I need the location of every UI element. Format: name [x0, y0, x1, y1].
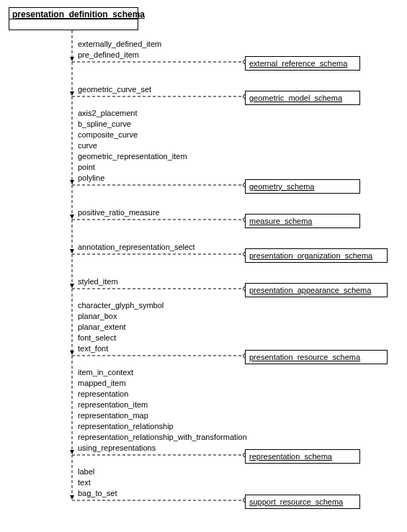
target-schema-box: geometric_model_schema: [245, 91, 360, 105]
target-schema-box: measure_schema: [245, 214, 360, 228]
attribute-label: point: [78, 162, 187, 173]
target-schema-box: presentation_organization_schema: [245, 248, 388, 263]
attribute-label: geometric_representation_item: [78, 151, 187, 162]
target-schema-box: geometry_schema: [245, 179, 360, 194]
attribute-label: representation_relationship: [78, 421, 247, 432]
main-schema-body: [9, 19, 138, 30]
target-schema-box: representation_schema: [245, 449, 360, 464]
attribute-label: planar_box: [78, 311, 164, 322]
attribute-group: positive_ratio_measure: [78, 207, 160, 218]
target-schema-box: presentation_resource_schema: [245, 350, 388, 364]
attribute-label: representation_map: [78, 410, 247, 421]
attribute-label: composite_curve: [78, 130, 187, 140]
attribute-label: item_in_context: [78, 367, 247, 378]
attribute-group: character_glyph_symbolplanar_boxplanar_e…: [78, 300, 164, 354]
attribute-group: styled_item: [78, 276, 118, 287]
attribute-label: externally_defined_item: [78, 39, 161, 50]
target-schema-box: support_resource_schema: [245, 495, 360, 509]
main-schema-title: presentation_definition_schema: [9, 8, 138, 19]
attribute-label: b_spline_curve: [78, 119, 187, 130]
attribute-label: representation_relationship_with_transfo…: [78, 432, 247, 443]
attribute-group: geometric_curve_set: [78, 84, 151, 95]
attribute-label: styled_item: [78, 276, 118, 287]
attribute-label: pre_defined_item: [78, 50, 161, 60]
attribute-label: annotation_representation_select: [78, 242, 195, 253]
attribute-group: item_in_contextmapped_itemrepresentation…: [78, 367, 247, 454]
attribute-label: representation_item: [78, 400, 247, 410]
attribute-label: curve: [78, 140, 187, 151]
attribute-group: labeltextbag_to_set: [78, 466, 117, 499]
main-schema-box: presentation_definition_schema: [9, 7, 138, 30]
attribute-label: font_select: [78, 333, 164, 343]
attribute-label: representation: [78, 389, 247, 400]
attribute-label: bag_to_set: [78, 488, 117, 499]
attribute-label: mapped_item: [78, 378, 247, 389]
attribute-label: polyline: [78, 173, 187, 184]
target-schema-box: presentation_appearance_schema: [245, 283, 388, 297]
attribute-group: externally_defined_itempre_defined_item: [78, 39, 161, 60]
attribute-group: annotation_representation_select: [78, 242, 195, 253]
attribute-label: positive_ratio_measure: [78, 207, 160, 218]
attribute-label: planar_extent: [78, 322, 164, 333]
attribute-label: text: [78, 477, 117, 488]
attribute-group: axis2_placementb_spline_curvecomposite_c…: [78, 108, 187, 184]
attribute-label: using_representations: [78, 443, 247, 454]
attribute-label: label: [78, 466, 117, 477]
attribute-label: geometric_curve_set: [78, 84, 151, 95]
attribute-label: axis2_placement: [78, 108, 187, 119]
attribute-label: character_glyph_symbol: [78, 300, 164, 311]
target-schema-box: external_reference_schema: [245, 56, 360, 71]
attribute-label: text_font: [78, 343, 164, 354]
